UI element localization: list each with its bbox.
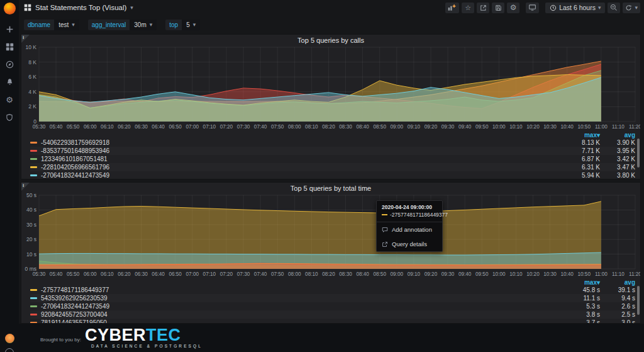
legend-series-label[interactable]: -5406229381759692918 bbox=[41, 139, 565, 146]
legend-max-value: 11.1 s bbox=[565, 295, 600, 302]
variable-label: dbname bbox=[24, 20, 54, 30]
save-dashboard-button[interactable] bbox=[492, 3, 504, 13]
panel-info-corner[interactable]: i bbox=[21, 183, 30, 191]
legend-sort-max[interactable]: max▾ bbox=[565, 279, 600, 286]
timeseries-chart-total-time[interactable]: 0 ms10 s20 s30 s40 s50 s05:3005:4005:500… bbox=[21, 192, 640, 278]
zoom-out-time-button[interactable] bbox=[608, 3, 620, 13]
svg-text:08:30: 08:30 bbox=[339, 271, 352, 277]
legend-series-label[interactable]: -2281042056966561796 bbox=[41, 164, 565, 171]
svg-text:10:40: 10:40 bbox=[560, 124, 574, 130]
svg-text:20 s: 20 s bbox=[26, 236, 36, 242]
help-icon[interactable] bbox=[5, 348, 14, 352]
svg-text:07:50: 07:50 bbox=[271, 124, 284, 130]
svg-text:09:30: 09:30 bbox=[441, 124, 455, 130]
add-panel-button[interactable] bbox=[445, 3, 459, 13]
star-dashboard-button[interactable]: ☆ bbox=[462, 3, 474, 13]
chart-legend: max▾avg-275774817118644937745.8 s39.1 s5… bbox=[21, 278, 640, 323]
share-dashboard-button[interactable] bbox=[477, 3, 489, 13]
svg-text:09:20: 09:20 bbox=[425, 271, 438, 277]
dashboard-title[interactable]: Stat Statements Top (Visual) bbox=[35, 4, 126, 11]
svg-text:08:30: 08:30 bbox=[339, 124, 352, 130]
svg-text:09:40: 09:40 bbox=[458, 271, 472, 277]
legend-series-label[interactable]: -2706418324412473549 bbox=[41, 303, 565, 310]
legend-series-label[interactable]: 9208424557253700404 bbox=[41, 311, 565, 318]
legend-scrollbar[interactable] bbox=[637, 139, 640, 167]
legend-series-label[interactable]: 5435392629256230539 bbox=[41, 295, 565, 302]
navbar-actions: ☆ ⚙ Last 6 hours ▾ bbox=[445, 3, 640, 13]
configuration-gear-icon[interactable]: ⚙ bbox=[5, 95, 14, 104]
legend-sort-max[interactable]: max▾ bbox=[565, 132, 600, 139]
series-color-swatch[interactable] bbox=[30, 174, 37, 176]
legend-avg-value: 3.0 s bbox=[600, 319, 635, 323]
svg-text:08:10: 08:10 bbox=[305, 271, 318, 277]
dashboard-grid-icon[interactable] bbox=[24, 4, 31, 11]
grafana-logo-icon[interactable] bbox=[4, 3, 16, 14]
svg-text:11:20: 11:20 bbox=[629, 124, 640, 130]
svg-text:08:40: 08:40 bbox=[356, 271, 369, 277]
series-color-swatch[interactable] bbox=[30, 289, 37, 291]
dashboards-icon[interactable] bbox=[5, 42, 14, 51]
side-menu-bottom bbox=[5, 334, 14, 352]
legend-series-label[interactable]: 7819114463557195050 bbox=[41, 319, 565, 323]
svg-text:09:50: 09:50 bbox=[475, 271, 489, 277]
legend-row: -54062293817596929188.13 K3.90 K bbox=[30, 139, 635, 147]
svg-text:07:00: 07:00 bbox=[186, 271, 199, 277]
create-plus-icon[interactable] bbox=[5, 25, 14, 33]
add-annotation-menu-item[interactable]: Add annotation bbox=[377, 222, 442, 237]
series-color-swatch[interactable] bbox=[30, 158, 37, 160]
time-picker-button[interactable]: Last 6 hours ▾ bbox=[545, 3, 605, 13]
svg-text:10:30: 10:30 bbox=[543, 124, 557, 130]
legend-series-label[interactable]: -2706418324412473549 bbox=[41, 172, 565, 179]
svg-text:10:30: 10:30 bbox=[543, 271, 557, 277]
series-color-swatch[interactable] bbox=[30, 297, 37, 299]
comment-icon bbox=[382, 227, 388, 233]
svg-text:8 K: 8 K bbox=[28, 59, 36, 65]
svg-text:11:20: 11:20 bbox=[629, 271, 640, 277]
alerting-bell-icon[interactable] bbox=[5, 77, 14, 86]
cycle-view-mode-button[interactable] bbox=[526, 3, 539, 13]
svg-text:4 K: 4 K bbox=[28, 89, 36, 95]
svg-text:10:50: 10:50 bbox=[577, 124, 591, 130]
svg-text:11:10: 11:10 bbox=[612, 124, 625, 130]
title-caret-icon[interactable]: ▾ bbox=[130, 5, 133, 11]
dashboard-settings-gear-icon[interactable]: ⚙ bbox=[507, 3, 519, 13]
svg-text:06:00: 06:00 bbox=[84, 271, 97, 277]
refresh-button[interactable]: ▾ bbox=[623, 3, 640, 13]
legend-series-label[interactable]: -8353775016488953946 bbox=[41, 147, 565, 154]
series-color-swatch[interactable] bbox=[30, 305, 37, 307]
legend-sort-avg[interactable]: avg bbox=[600, 279, 635, 286]
series-color-swatch[interactable] bbox=[30, 166, 37, 168]
legend-series-label[interactable]: 1233496101867051481 bbox=[41, 156, 565, 162]
panel-info-corner[interactable]: i bbox=[21, 35, 30, 43]
variable-value-dropdown[interactable]: test▾ bbox=[54, 20, 79, 30]
legend-scrollbar[interactable] bbox=[637, 286, 640, 315]
panel-title[interactable]: Top 5 queries by calls bbox=[21, 35, 640, 44]
series-color-swatch[interactable] bbox=[30, 314, 37, 315]
series-color-swatch[interactable] bbox=[30, 142, 37, 144]
svg-text:10:10: 10:10 bbox=[509, 271, 523, 277]
variable-value-dropdown[interactable]: 5▾ bbox=[182, 20, 200, 30]
time-picker-caret-icon: ▾ bbox=[598, 5, 601, 11]
legend-sort-avg[interactable]: avg bbox=[600, 132, 635, 139]
variable-agg-interval: agg_interval 30m▾ bbox=[88, 20, 157, 30]
user-avatar[interactable] bbox=[5, 334, 14, 343]
series-color-swatch[interactable] bbox=[30, 322, 37, 323]
svg-text:30 s: 30 s bbox=[26, 222, 36, 228]
legend-max-value: 5.3 s bbox=[565, 303, 600, 310]
svg-text:07:10: 07:10 bbox=[203, 124, 216, 130]
variable-value-dropdown[interactable]: 30m▾ bbox=[130, 20, 157, 30]
footer: Brought to you by: CYBERTEC DATA SCIENCE… bbox=[19, 324, 644, 352]
series-color-swatch[interactable] bbox=[30, 150, 37, 152]
svg-text:11:00: 11:00 bbox=[595, 124, 608, 130]
svg-text:08:20: 08:20 bbox=[322, 271, 335, 277]
svg-text:10:20: 10:20 bbox=[526, 271, 540, 277]
query-details-menu-item[interactable]: Query details bbox=[377, 237, 442, 251]
legend-row: -83537750164889539467.71 K3.95 K bbox=[30, 147, 635, 155]
svg-text:09:10: 09:10 bbox=[408, 271, 421, 277]
panel-title[interactable]: Top 5 queries by total time bbox=[21, 183, 640, 192]
server-admin-shield-icon[interactable] bbox=[5, 113, 14, 122]
timeseries-chart-calls[interactable]: 02 K4 K6 K8 K10 K05:3005:4005:5006:0006:… bbox=[21, 44, 640, 130]
svg-text:06:30: 06:30 bbox=[135, 271, 148, 277]
explore-compass-icon[interactable] bbox=[5, 60, 14, 69]
legend-series-label[interactable]: -2757748171186449377 bbox=[41, 287, 565, 293]
